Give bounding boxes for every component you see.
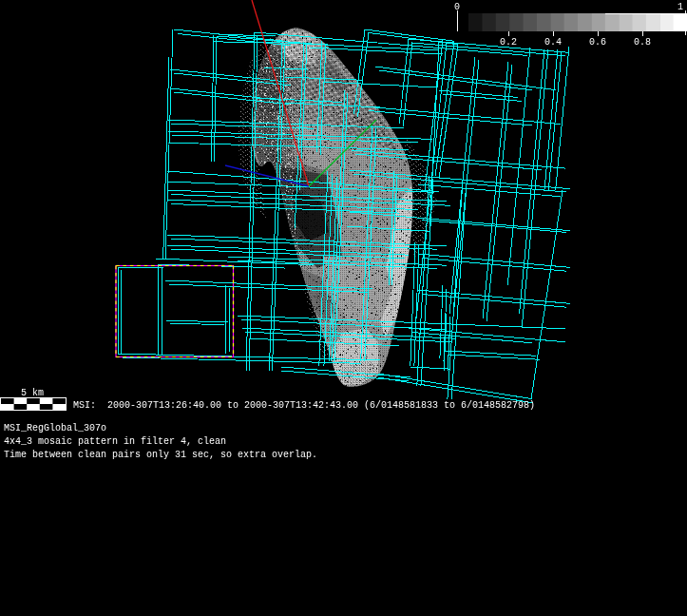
svg-text:0.8: 0.8	[634, 37, 651, 48]
svg-text:Time between clean pairs only: Time between clean pairs only 31 sec, so…	[4, 450, 317, 460]
svg-text:MSI: 2000-307T13:26:40.00 to: MSI: 2000-307T13:26:40.00 to 2000-307T13…	[73, 400, 535, 411]
svg-text:MSI_RegGlobal_307o: MSI_RegGlobal_307o	[4, 423, 106, 433]
svg-text:4x4_3 mosaic pattern in filter: 4x4_3 mosaic pattern in filter 4, clean	[4, 436, 226, 447]
svg-text:0.6: 0.6	[589, 37, 606, 48]
svg-text:0: 0	[454, 2, 460, 12]
svg-text:1: 1	[677, 2, 683, 12]
svg-text:5 km: 5 km	[21, 388, 44, 398]
svg-text:0.4: 0.4	[544, 37, 562, 48]
svg-text:0.2: 0.2	[500, 37, 517, 48]
